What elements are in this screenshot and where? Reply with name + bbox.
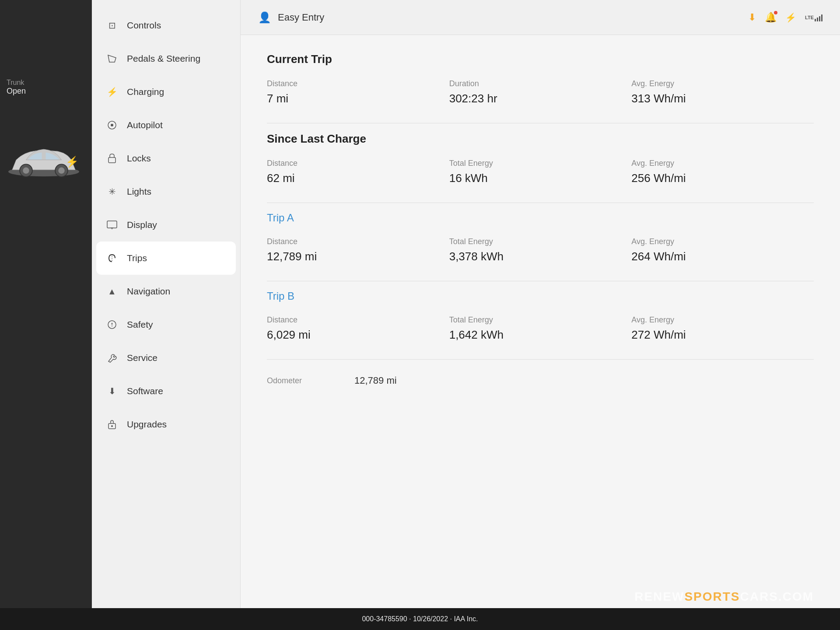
trip-b-distance-col: Distance 6,029 mi xyxy=(267,311,449,346)
signal-strength: LTE xyxy=(805,14,822,21)
content-area: Current Trip Distance 7 mi Duration 302:… xyxy=(241,35,840,608)
current-trip-title: Current Trip xyxy=(267,52,814,66)
current-trip-energy-col: Avg. Energy 313 Wh/mi xyxy=(631,75,814,110)
header-left: 👤 Easy Entry xyxy=(258,11,324,24)
trip-b-title[interactable]: Trip B xyxy=(267,290,814,302)
trip-a-energy-col: Total Energy 3,378 kWh xyxy=(449,233,632,268)
since-last-charge-avg-energy-label: Avg. Energy xyxy=(631,159,814,168)
navigation-icon: ▲ xyxy=(105,284,119,298)
current-trip-duration-value: 302:23 hr xyxy=(449,92,632,105)
current-trip-duration-label: Duration xyxy=(449,79,632,88)
current-trip-distance-value: 7 mi xyxy=(267,92,449,105)
sidebar-item-label-navigation: Navigation xyxy=(127,286,170,297)
header-icons: ⬇ 🔔 ⚡ LTE xyxy=(748,12,822,23)
sidebar-item-label-lights: Lights xyxy=(127,186,151,197)
sidebar-item-software[interactable]: ⬇ Software xyxy=(92,374,240,408)
svg-point-6 xyxy=(111,124,113,126)
svg-point-4 xyxy=(58,168,64,174)
current-trip-energy-value: 313 Wh/mi xyxy=(631,92,814,105)
header-bar: 👤 Easy Entry ⬇ 🔔 ⚡ LTE xyxy=(241,0,840,35)
trip-a-section: Trip A Distance 12,789 mi Total Energy 3… xyxy=(267,212,814,268)
since-last-charge-stats: Distance 62 mi Total Energy 16 kWh Avg. … xyxy=(267,154,814,189)
sidebar-item-label-upgrades: Upgrades xyxy=(127,419,167,430)
since-last-charge-avg-energy-col: Avg. Energy 256 Wh/mi xyxy=(631,154,814,189)
main-area: 👤 Easy Entry ⬇ 🔔 ⚡ LTE xyxy=(241,0,840,608)
sidebar-item-label-trips: Trips xyxy=(127,253,147,263)
trip-a-distance-label: Distance xyxy=(267,237,449,246)
autopilot-icon xyxy=(105,118,119,132)
sidebar-item-label-software: Software xyxy=(127,386,163,396)
sidebar-item-charging[interactable]: ⚡ Charging xyxy=(92,75,240,108)
person-icon: 👤 xyxy=(258,11,271,24)
current-trip-stats: Distance 7 mi Duration 302:23 hr Avg. En… xyxy=(267,75,814,110)
pedals-icon xyxy=(105,52,119,66)
sidebar-item-pedals[interactable]: Pedals & Steering xyxy=(92,42,240,75)
trip-b-distance-value: 6,029 mi xyxy=(267,328,449,342)
watermark: RENEWSPORTSCARS.COM xyxy=(634,590,814,604)
sidebar-item-safety[interactable]: Safety xyxy=(92,308,240,341)
trip-a-total-energy-value: 3,378 kWh xyxy=(449,250,632,263)
trip-b-total-energy-label: Total Energy xyxy=(449,315,632,325)
sidebar: ⊡ Controls Pedals & Steering ⚡ Charging … xyxy=(92,0,241,608)
lights-icon: ✳ xyxy=(105,185,119,199)
current-trip-distance-col: Distance 7 mi xyxy=(267,75,449,110)
trunk-value: Open xyxy=(7,87,26,96)
sidebar-item-navigation[interactable]: ▲ Navigation xyxy=(92,275,240,308)
sidebar-item-label-charging: Charging xyxy=(127,87,164,97)
sidebar-item-label-autopilot: Autopilot xyxy=(127,120,163,130)
trip-b-distance-label: Distance xyxy=(267,315,449,325)
watermark-renew: RENEW xyxy=(634,590,684,603)
divider-4 xyxy=(267,359,814,360)
since-last-charge-total-energy-label: Total Energy xyxy=(449,159,632,168)
trip-a-stats: Distance 12,789 mi Total Energy 3,378 kW… xyxy=(267,233,814,268)
sidebar-item-service[interactable]: Service xyxy=(92,341,240,374)
since-last-charge-avg-energy-value: 256 Wh/mi xyxy=(631,172,814,185)
trip-b-energy-col: Total Energy 1,642 kWh xyxy=(449,311,632,346)
easy-entry-label: Easy Entry xyxy=(278,12,324,23)
sidebar-item-lights[interactable]: ✳ Lights xyxy=(92,175,240,208)
trip-a-avg-energy-col: Avg. Energy 264 Wh/mi xyxy=(631,233,814,268)
current-trip-energy-label: Avg. Energy xyxy=(631,79,814,88)
sidebar-item-trips[interactable]: Trips xyxy=(96,242,236,275)
sidebar-item-controls[interactable]: ⊡ Controls xyxy=(92,9,240,42)
since-last-charge-section: Since Last Charge Distance 62 mi Total E… xyxy=(267,132,814,189)
svg-point-16 xyxy=(111,425,113,427)
current-trip-section: Current Trip Distance 7 mi Duration 302:… xyxy=(267,52,814,110)
sidebar-item-display[interactable]: Display xyxy=(92,208,240,242)
since-last-charge-energy-col: Total Energy 16 kWh xyxy=(449,154,632,189)
since-last-charge-distance-col: Distance 62 mi xyxy=(267,154,449,189)
svg-point-2 xyxy=(23,168,29,174)
watermark-sports: SPORTS xyxy=(684,590,740,603)
odometer-label: Odometer xyxy=(267,376,354,385)
footer-bar: 000-34785590 · 10/26/2022 · IAA Inc. xyxy=(0,608,840,630)
sidebar-item-label-locks: Locks xyxy=(127,153,151,164)
sidebar-item-label-controls: Controls xyxy=(127,20,161,31)
since-last-charge-title: Since Last Charge xyxy=(267,132,814,146)
sidebar-item-autopilot[interactable]: Autopilot xyxy=(92,108,240,142)
trunk-info: Trunk Open xyxy=(7,79,26,96)
since-last-charge-total-energy-value: 16 kWh xyxy=(449,172,632,185)
software-download-icon: ⬇ xyxy=(105,384,119,398)
svg-point-14 xyxy=(112,326,112,326)
trip-b-stats: Distance 6,029 mi Total Energy 1,642 kWh… xyxy=(267,311,814,346)
trips-icon xyxy=(105,251,119,265)
sidebar-item-locks[interactable]: Locks xyxy=(92,142,240,175)
trunk-label: Trunk xyxy=(7,79,26,87)
divider-1 xyxy=(267,123,814,123)
trip-a-avg-energy-value: 264 Wh/mi xyxy=(631,250,814,263)
sidebar-item-upgrades[interactable]: Upgrades xyxy=(92,408,240,441)
trip-a-distance-value: 12,789 mi xyxy=(267,250,449,263)
since-last-charge-distance-value: 62 mi xyxy=(267,172,449,185)
trip-a-title[interactable]: Trip A xyxy=(267,212,814,224)
car-image: ⚡ xyxy=(4,96,83,228)
current-trip-distance-label: Distance xyxy=(267,79,449,88)
divider-2 xyxy=(267,203,814,203)
since-last-charge-distance-label: Distance xyxy=(267,159,449,168)
divider-3 xyxy=(267,281,814,281)
display-icon xyxy=(105,218,119,232)
current-trip-duration-col: Duration 302:23 hr xyxy=(449,75,632,110)
upgrades-icon xyxy=(105,417,119,431)
trip-b-avg-energy-col: Avg. Energy 272 Wh/mi xyxy=(631,311,814,346)
service-icon xyxy=(105,351,119,365)
sidebar-item-label-safety: Safety xyxy=(127,319,153,330)
